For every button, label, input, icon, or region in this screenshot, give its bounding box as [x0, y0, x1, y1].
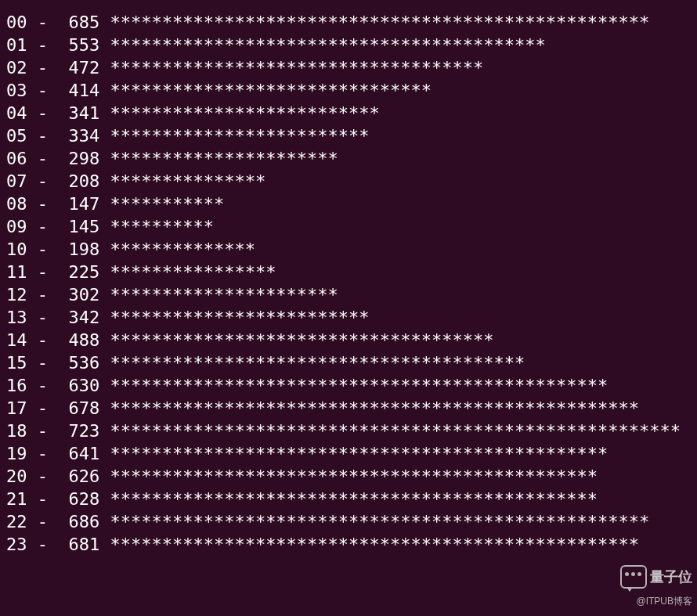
histogram-row: 16 - 630 *******************************…	[6, 374, 691, 397]
watermark-credit: @ITPUB博客	[636, 590, 692, 613]
watermark-brand: 量子位	[620, 565, 692, 589]
histogram-row: 02 - 472 *******************************…	[6, 56, 691, 79]
histogram-row: 10 - 198 **************	[6, 238, 691, 261]
histogram-row: 17 - 678 *******************************…	[6, 397, 691, 420]
terminal-output: 00 - 685 *******************************…	[0, 0, 697, 556]
histogram-row: 14 - 488 *******************************…	[6, 329, 691, 351]
histogram-row: 09 - 145 **********	[6, 215, 691, 238]
histogram-row: 22 - 686 *******************************…	[6, 510, 691, 533]
histogram-row: 00 - 685 *******************************…	[6, 11, 691, 34]
histogram-row: 01 - 553 *******************************…	[6, 34, 691, 56]
histogram-row: 19 - 641 *******************************…	[6, 442, 691, 465]
histogram-row: 04 - 341 **************************	[6, 102, 691, 124]
histogram-row: 07 - 208 ***************	[6, 170, 691, 193]
histogram-row: 11 - 225 ****************	[6, 261, 691, 283]
histogram-row: 06 - 298 **********************	[6, 147, 691, 170]
histogram-row: 23 - 681 *******************************…	[6, 533, 691, 556]
histogram-row: 18 - 723 *******************************…	[6, 420, 691, 442]
watermark-brand-text: 量子位	[650, 566, 692, 589]
histogram-row: 20 - 626 *******************************…	[6, 465, 691, 488]
histogram-row: 03 - 414 *******************************	[6, 79, 691, 102]
histogram-row: 05 - 334 *************************	[6, 124, 691, 147]
chat-bubble-icon	[620, 565, 647, 589]
histogram-row: 12 - 302 **********************	[6, 283, 691, 306]
histogram-row: 21 - 628 *******************************…	[6, 488, 691, 510]
histogram-row: 15 - 536 *******************************…	[6, 351, 691, 374]
histogram-row: 08 - 147 ***********	[6, 193, 691, 215]
watermark: 量子位 @ITPUB博客	[620, 565, 692, 613]
histogram-row: 13 - 342 *************************	[6, 306, 691, 329]
